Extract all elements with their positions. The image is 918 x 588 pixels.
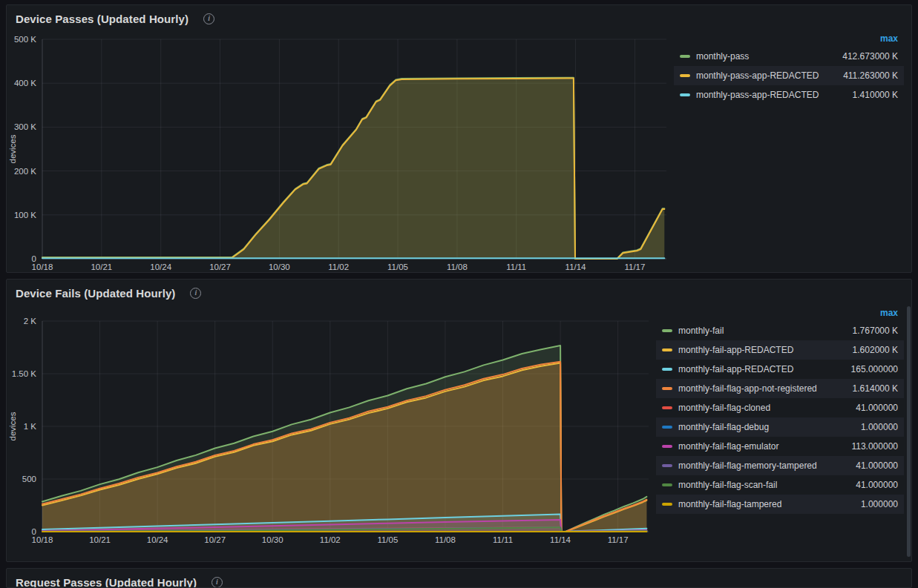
series-max-value: 113.000000 bbox=[851, 441, 898, 452]
panel-device-passes: Device Passes (Updated Hourly) i 0100 K2… bbox=[6, 4, 912, 273]
series-color-swatch bbox=[662, 445, 672, 448]
series-name[interactable]: monthly-fail-flag-app-not-registered bbox=[678, 383, 847, 394]
series-name[interactable]: monthly-fail-app-REDACTED bbox=[678, 364, 845, 374]
x-tick-label: 10/30 bbox=[269, 262, 290, 271]
x-tick-label: 11/11 bbox=[493, 535, 513, 544]
series-max-value: 1.410000 K bbox=[853, 90, 898, 100]
x-tick-label: 11/17 bbox=[608, 535, 629, 544]
legend-scrollbar[interactable] bbox=[907, 306, 911, 557]
panel-header: Device Passes (Updated Hourly) i bbox=[7, 5, 911, 27]
series-name[interactable]: monthly-pass bbox=[696, 51, 836, 62]
series-max-value: 412.673000 K bbox=[842, 51, 898, 62]
legend-row[interactable]: monthly-fail-flag-memory-tampered41.0000… bbox=[656, 456, 904, 475]
y-tick-label: 1 K bbox=[24, 422, 37, 431]
series-name[interactable]: monthly-pass-app-REDACTED bbox=[696, 70, 837, 81]
panel-title[interactable]: Request Passes (Updated Hourly) bbox=[16, 576, 197, 588]
series-name[interactable]: monthly-fail bbox=[678, 326, 847, 336]
series-area bbox=[42, 79, 664, 260]
x-tick-label: 10/27 bbox=[204, 535, 226, 544]
legend-row[interactable]: monthly-pass-app-REDACTED1.410000 K bbox=[674, 85, 904, 105]
y-tick-label: 500 K bbox=[14, 35, 36, 44]
x-tick-label: 10/24 bbox=[147, 535, 168, 544]
legend-row[interactable]: monthly-fail-app-REDACTED165.000000 bbox=[656, 360, 904, 379]
panel-header: Request Passes (Updated Hourly) i bbox=[7, 569, 911, 588]
x-tick-label: 10/27 bbox=[209, 262, 231, 271]
panel-body: 0100 K200 K300 K400 K500 K10/1810/2110/2… bbox=[7, 27, 911, 272]
legend-row[interactable]: monthly-pass412.673000 K bbox=[674, 47, 904, 66]
y-tick-label: 1.50 K bbox=[12, 369, 37, 378]
x-tick-label: 11/05 bbox=[377, 535, 398, 544]
series-max-value: 41.000000 bbox=[856, 403, 898, 413]
panel-header: Device Fails (Updated Hourly) i bbox=[7, 280, 911, 302]
series-color-swatch bbox=[662, 329, 672, 332]
panel-title[interactable]: Device Fails (Updated Hourly) bbox=[16, 287, 175, 300]
legend-max-header[interactable]: max bbox=[674, 33, 904, 47]
x-tick-label: 11/02 bbox=[320, 535, 341, 544]
x-tick-label: 11/08 bbox=[447, 262, 468, 271]
x-tick-label: 10/24 bbox=[150, 262, 171, 271]
x-tick-label: 11/14 bbox=[550, 535, 571, 544]
x-tick-label: 10/21 bbox=[89, 535, 111, 544]
legend-row[interactable]: monthly-fail1.767000 K bbox=[656, 321, 904, 340]
y-tick-label: 2 K bbox=[24, 317, 37, 326]
series-max-value: 1.767000 K bbox=[853, 326, 898, 336]
y-tick-label: 200 K bbox=[14, 167, 36, 176]
legend-row[interactable]: monthly-fail-flag-cloned41.000000 bbox=[656, 398, 904, 417]
series-name[interactable]: monthly-fail-app-REDACTED bbox=[678, 345, 847, 355]
legend-row[interactable]: monthly-fail-flag-emulator113.000000 bbox=[656, 437, 904, 456]
legend-row[interactable]: monthly-fail-flag-scan-fail41.000000 bbox=[656, 475, 904, 495]
series-name[interactable]: monthly-fail-flag-scan-fail bbox=[678, 480, 850, 490]
series-name[interactable]: monthly-fail-flag-cloned bbox=[678, 403, 850, 413]
legend-max-header[interactable]: max bbox=[656, 308, 904, 321]
series-color-swatch bbox=[680, 74, 690, 77]
x-tick-label: 11/11 bbox=[506, 262, 526, 271]
series-area bbox=[42, 362, 646, 532]
y-axis-label: devices bbox=[8, 134, 17, 163]
series-name[interactable]: monthly-fail-flag-memory-tampered bbox=[678, 460, 850, 471]
series-max-value: 1.000000 bbox=[861, 499, 898, 509]
series-color-swatch bbox=[662, 503, 672, 506]
info-icon[interactable]: i bbox=[190, 288, 201, 299]
series-color-swatch bbox=[662, 348, 672, 351]
series-color-swatch bbox=[662, 387, 672, 390]
series-color-swatch bbox=[662, 368, 672, 371]
legend-row[interactable]: monthly-pass-app-REDACTED411.263000 K bbox=[674, 66, 904, 85]
series-max-value: 1.000000 bbox=[861, 422, 898, 432]
y-tick-label: 300 K bbox=[14, 122, 36, 131]
device-fails-chart[interactable]: 05001 K1.50 K2 K10/1810/2110/2410/2710/3… bbox=[7, 302, 656, 561]
x-tick-label: 11/17 bbox=[624, 262, 645, 271]
legend-row[interactable]: monthly-fail-app-REDACTED1.602000 K bbox=[656, 340, 904, 360]
series-color-swatch bbox=[680, 93, 690, 96]
device-passes-chart[interactable]: 0100 K200 K300 K400 K500 K10/1810/2110/2… bbox=[7, 27, 674, 272]
series-color-swatch bbox=[662, 426, 672, 429]
legend-row[interactable]: monthly-fail-flag-app-not-registered1.61… bbox=[656, 379, 904, 398]
x-tick-label: 10/18 bbox=[32, 262, 53, 271]
series-max-value: 411.263000 K bbox=[843, 70, 898, 81]
x-tick-label: 11/05 bbox=[387, 262, 408, 271]
y-tick-label: 400 K bbox=[14, 79, 36, 87]
legend-row[interactable]: monthly-fail-flag-debug1.000000 bbox=[656, 417, 904, 437]
y-tick-label: 500 bbox=[22, 475, 36, 483]
series-max-value: 1.614000 K bbox=[853, 383, 898, 394]
series-color-swatch bbox=[662, 406, 672, 409]
chart-area: 0100 K200 K300 K400 K500 K10/1810/2110/2… bbox=[7, 27, 674, 272]
panel-body: 05001 K1.50 K2 K10/1810/2110/2410/2710/3… bbox=[7, 302, 911, 561]
legend-row[interactable]: monthly-fail-flag-tampered1.000000 bbox=[656, 495, 904, 514]
series-name[interactable]: monthly-fail-flag-debug bbox=[678, 422, 855, 432]
series-max-value: 165.000000 bbox=[851, 364, 898, 374]
panel-title[interactable]: Device Passes (Updated Hourly) bbox=[16, 13, 188, 25]
series-max-value: 41.000000 bbox=[856, 480, 898, 490]
info-icon[interactable]: i bbox=[203, 13, 214, 24]
info-icon[interactable]: i bbox=[212, 577, 223, 588]
x-tick-label: 11/14 bbox=[565, 262, 587, 271]
series-name[interactable]: monthly-fail-flag-tampered bbox=[678, 499, 855, 509]
chart-area: 05001 K1.50 K2 K10/1810/2110/2410/2710/3… bbox=[7, 302, 656, 561]
x-tick-label: 10/21 bbox=[91, 262, 112, 271]
series-max-value: 41.000000 bbox=[856, 460, 898, 471]
series-name[interactable]: monthly-fail-flag-emulator bbox=[678, 441, 845, 452]
x-tick-label: 11/08 bbox=[435, 535, 456, 544]
x-tick-label: 10/18 bbox=[32, 535, 53, 544]
series-color-swatch bbox=[662, 483, 672, 486]
series-max-value: 1.602000 K bbox=[853, 345, 898, 355]
series-name[interactable]: monthly-pass-app-REDACTED bbox=[696, 90, 847, 100]
